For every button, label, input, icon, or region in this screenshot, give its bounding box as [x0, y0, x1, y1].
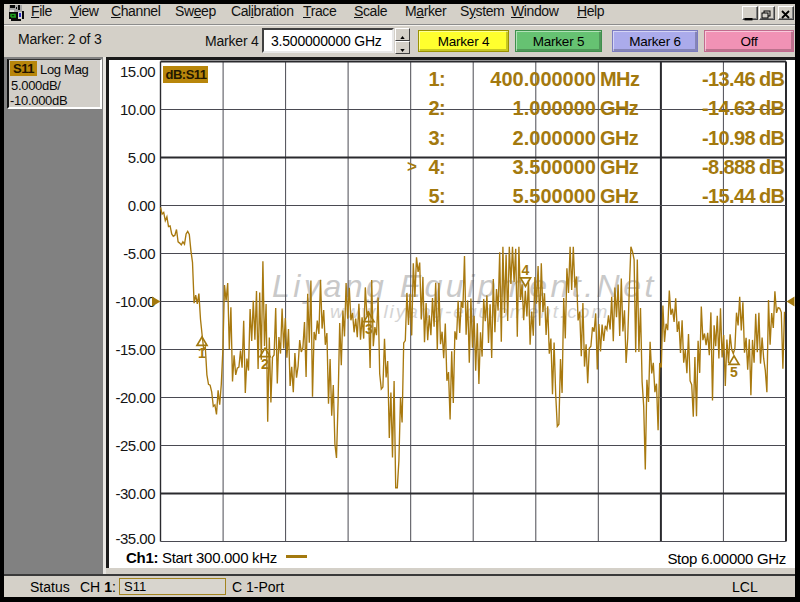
svg-text:4: 4: [522, 262, 530, 278]
svg-text:1: 1: [198, 345, 206, 361]
svg-text:3: 3: [365, 321, 373, 337]
svg-text:5: 5: [730, 364, 738, 380]
svg-text:2: 2: [261, 356, 269, 372]
